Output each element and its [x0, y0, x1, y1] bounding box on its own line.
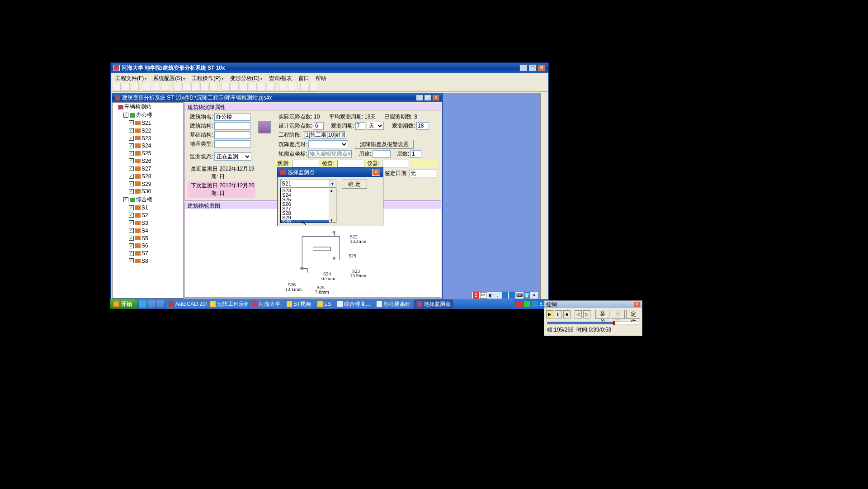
tool-15[interactable] — [249, 83, 257, 91]
language-bar[interactable]: S 中 ◐ ， ⌨ 👕 ▾ — [472, 291, 538, 299]
checkbox[interactable] — [129, 213, 134, 218]
tool-19[interactable] — [288, 83, 296, 91]
tool-14[interactable] — [240, 83, 248, 91]
tool-4[interactable] — [143, 83, 151, 91]
app-titlebar[interactable]: 河海大学 地学院/建筑变形分析系统 ST 10x _ □ × — [111, 63, 548, 73]
ime-btn4[interactable] — [509, 292, 515, 299]
tree-point[interactable]: S22 — [142, 128, 151, 134]
tree-point[interactable]: S24 — [142, 142, 151, 149]
doc-max[interactable]: □ — [424, 95, 431, 101]
checkbox[interactable] — [129, 228, 134, 233]
checkbox[interactable] — [129, 143, 134, 148]
menu-project[interactable]: 工程操作(P) — [189, 74, 226, 81]
pause-button[interactable]: ⏸ — [555, 310, 562, 318]
menu-help[interactable]: 帮助 — [313, 74, 329, 81]
btn-alarm[interactable]: 沉降限差及报警设置 — [355, 140, 414, 149]
ql-ie[interactable] — [139, 300, 146, 308]
start-button[interactable]: 开始 — [110, 299, 137, 309]
inp-struct[interactable] — [214, 122, 250, 130]
checkbox[interactable] — [129, 205, 134, 210]
tree-point[interactable]: S2 — [142, 212, 148, 218]
tray-net[interactable] — [532, 301, 538, 307]
tree-point[interactable]: S8 — [142, 258, 148, 264]
tool-12[interactable] — [222, 83, 230, 91]
mdi-scrollbar[interactable] — [540, 93, 547, 299]
ime-btn2[interactable]: ， — [495, 292, 501, 299]
tool-9[interactable] — [191, 83, 199, 91]
ql-desktop[interactable] — [148, 300, 155, 308]
checkbox[interactable] — [129, 136, 134, 141]
chevron-down-icon[interactable]: ▾ — [329, 180, 336, 187]
tree-point[interactable]: S3 — [142, 220, 148, 226]
checkbox[interactable] — [123, 113, 128, 118]
task-hehai[interactable]: 河海大学 — [249, 299, 283, 309]
doc-titlebar[interactable]: 建筑变形分析系统 ST 10x@D:\沉降工程示例\车辆检测站.pjs4x _ … — [112, 93, 442, 102]
player-chapter-button[interactable]: 分节 — [611, 310, 625, 319]
checkbox[interactable] — [129, 251, 134, 256]
checkbox[interactable] — [129, 151, 134, 156]
tree-pane[interactable]: 车辆检测站 办公楼 S21S22S23S24S25S26S27S28S29S30… — [112, 102, 184, 299]
inp-use[interactable] — [373, 150, 391, 158]
inp-name[interactable] — [214, 113, 250, 121]
sel-diff[interactable] — [308, 140, 348, 148]
tool-8[interactable] — [182, 83, 190, 91]
menu-window[interactable]: 窗口 — [296, 74, 312, 81]
ime-btn6[interactable]: 👕 — [524, 292, 530, 299]
inp-floors[interactable] — [410, 150, 421, 158]
player-locate-button[interactable]: 定位 — [626, 310, 640, 319]
tool-16[interactable] — [258, 83, 266, 91]
menu-config[interactable]: 系统配置(S) — [151, 74, 188, 81]
menu-report[interactable]: 查询/报表 — [266, 74, 295, 81]
ime-btn1[interactable]: ◐ — [487, 292, 494, 299]
task-folder1[interactable]: 沉降工程示例 — [208, 299, 248, 309]
tree-b2[interactable]: 综合楼 — [136, 196, 152, 203]
ql-media[interactable] — [156, 300, 164, 308]
task-autocad[interactable]: AutoCAD 2005 — [166, 299, 207, 309]
tool-21[interactable] — [309, 83, 317, 91]
tool-7[interactable] — [173, 83, 181, 91]
tool-11[interactable] — [209, 83, 217, 91]
tool-13[interactable] — [231, 83, 239, 91]
dialog-titlebar[interactable]: 选择监测点 × — [278, 168, 383, 177]
sel-status[interactable]: 正在监测 — [214, 152, 251, 161]
sel-cycleunit[interactable]: 天 — [367, 122, 384, 130]
task-ls[interactable]: LS — [315, 299, 334, 309]
combo-scrollbar[interactable] — [329, 188, 336, 223]
menu-file[interactable]: 工程文件(F) — [113, 74, 150, 81]
tree-point[interactable]: S25 — [142, 150, 151, 157]
checkbox[interactable] — [129, 189, 134, 194]
tree-point[interactable]: S28 — [142, 173, 151, 180]
player-slider[interactable] — [547, 322, 639, 324]
inp-obs[interactable] — [292, 160, 319, 167]
checkbox[interactable] — [129, 120, 134, 125]
inp-plan[interactable] — [416, 122, 429, 130]
ok-button[interactable]: 确 定 — [342, 180, 367, 189]
tool-18[interactable] — [279, 83, 287, 91]
checkbox[interactable] — [129, 158, 134, 163]
tree-point[interactable]: S23 — [142, 135, 151, 141]
tree-point[interactable]: S5 — [142, 235, 148, 241]
tool-5[interactable] — [152, 83, 160, 91]
checkbox[interactable] — [129, 258, 134, 263]
combo-option[interactable]: S30 — [281, 220, 336, 223]
step-back-button[interactable]: ◁ — [575, 310, 582, 318]
menu-analysis[interactable]: 变形分析(D) — [227, 74, 265, 81]
tool-17[interactable] — [267, 83, 275, 91]
tree-point[interactable]: S27 — [142, 166, 151, 172]
ime-btn3[interactable] — [502, 292, 508, 299]
inp-appr[interactable] — [409, 170, 436, 177]
doc-min[interactable]: _ — [416, 95, 423, 101]
doc-close[interactable]: × — [432, 95, 439, 101]
tool-open[interactable] — [122, 83, 130, 91]
checkbox[interactable] — [129, 166, 134, 171]
checkbox[interactable] — [123, 197, 128, 202]
task-bgl[interactable]: 办公楼高程 — [374, 299, 413, 309]
tree-point[interactable]: S6 — [142, 242, 148, 249]
maximize-button[interactable]: □ — [528, 64, 537, 71]
minimize-button[interactable]: _ — [519, 64, 528, 71]
tree-point[interactable]: S30 — [142, 188, 151, 195]
checkbox[interactable] — [129, 174, 134, 179]
play-button[interactable]: ▶ — [546, 310, 553, 318]
inp-chk[interactable] — [337, 160, 364, 167]
checkbox[interactable] — [129, 220, 134, 225]
